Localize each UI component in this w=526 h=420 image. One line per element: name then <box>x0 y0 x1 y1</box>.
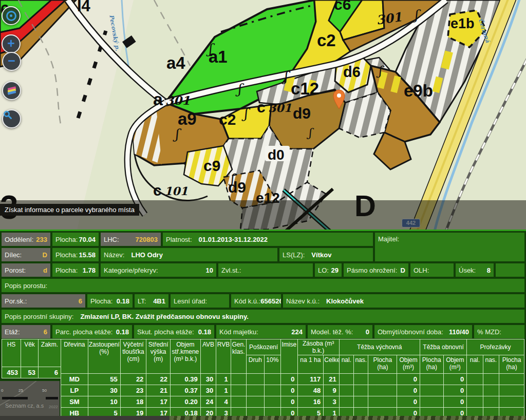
species-value-cell: 30 <box>200 385 216 396</box>
species-value-cell: 30 <box>200 374 216 385</box>
species-value-cell <box>483 396 499 408</box>
species-value-cell <box>467 396 483 408</box>
species-value-cell <box>420 396 443 408</box>
species-value-cell: 0 <box>397 396 420 408</box>
species-value-cell: 0.20 <box>171 396 201 408</box>
field-empty <box>496 263 524 277</box>
field-kod-majetku: Kód majetku:224 <box>216 325 306 338</box>
species-value-cell: 9 <box>324 385 339 396</box>
species-value-cell: 0.37 <box>171 385 201 396</box>
scale-tick: 0 <box>1 388 3 393</box>
attribution-text: Seznam cz, a.s <box>5 403 44 409</box>
field-plocha-oddeleni: Plocha:70.04 <box>52 233 99 246</box>
scale-tick: 25 <box>18 388 23 393</box>
plus-icon: + <box>7 37 15 50</box>
col-drevina: Dřevina <box>61 339 88 374</box>
species-value-cell <box>264 396 280 408</box>
field-mzd: % MZD: <box>474 325 524 338</box>
col-vek: Věk <box>21 339 39 367</box>
app-window: 6I4c6301e1bc2a4a1d6c12e9ba301a9c2c301d9d… <box>0 0 526 420</box>
zoom-in-button[interactable]: + <box>2 34 21 53</box>
locate-button[interactable] <box>2 6 21 25</box>
species-value-cell: 0 <box>443 396 467 408</box>
col-group-zasoba: Zásoba (m³ b.k.) <box>297 339 339 355</box>
species-value-cell <box>483 374 499 385</box>
col-nas-p: nas. <box>483 355 499 374</box>
species-value-cell <box>467 374 483 385</box>
species-value-cell: 0 <box>397 374 420 385</box>
map-svg <box>0 0 526 230</box>
layers-button[interactable] <box>2 81 21 100</box>
species-value-cell: 1 <box>216 374 231 385</box>
species-value-cell: 0 <box>443 385 467 396</box>
layers-icon <box>8 88 16 93</box>
species-value-cell: 18 <box>120 396 146 408</box>
species-value-cell <box>499 396 524 408</box>
col-vycetni: Výčetní tloušťka (cm) <box>120 339 146 374</box>
col-druh: Druh <box>247 355 264 374</box>
species-value-cell <box>247 374 264 385</box>
stand-summary-table: HS Věk Zakm. 453 53 6 <box>2 339 61 378</box>
field-etaz: Etáž:6 <box>2 325 50 338</box>
col-zastoupeni: Zastoupení (%) <box>88 339 120 374</box>
stand-summary-row: 453 53 6 <box>2 367 61 378</box>
field-porsk: Por.sk.:6 <box>2 294 85 308</box>
species-value-cell <box>354 396 368 408</box>
species-value-cell: 0 <box>281 374 297 385</box>
bottom-strip-aerial <box>170 416 526 420</box>
field-lo: LO:29 <box>315 263 342 277</box>
target-icon <box>6 11 16 21</box>
field-plocha-dilec: Plocha:15.58 <box>52 248 99 261</box>
map-canvas[interactable]: 6I4c6301e1bc2a4a1d6c12e9ba301a9c2c301d9d… <box>0 0 526 230</box>
field-popis-skupiny: Popis porostní skupiny:Zmlazení LP, BK. … <box>2 310 524 323</box>
species-value-cell <box>247 396 264 408</box>
col-rvb: RVB <box>216 339 231 374</box>
species-value-cell <box>339 385 353 396</box>
field-porost: Porost:d <box>2 263 50 277</box>
field-dilec: Dílec:D <box>2 248 50 261</box>
zoom-out-button[interactable]: − <box>2 52 21 71</box>
species-value-cell: 1 <box>216 385 231 396</box>
species-value-cell: 0 <box>397 385 420 396</box>
bottom-strip-dark <box>0 416 170 420</box>
species-value-cell: 16 <box>297 396 324 408</box>
species-value-cell: 24 <box>200 396 216 408</box>
col-group-tezba-vychovna: Těžba výchovná <box>339 339 420 355</box>
species-value-cell: 30 <box>88 385 120 396</box>
col-gen-klas: Gen. klas. <box>231 339 246 374</box>
minus-icon: − <box>8 54 15 67</box>
species-value-cell <box>483 385 499 396</box>
field-platnost: Platnost:01.01.2013-31.12.2022 <box>163 233 373 246</box>
scale-bar <box>46 397 58 399</box>
col-group-poskozeni: Poškození <box>247 339 281 355</box>
species-value-cell: 117 <box>297 374 324 385</box>
species-value-cell <box>368 374 397 385</box>
hs-value: 453 <box>2 367 21 378</box>
species-value-cell: 55 <box>88 374 120 385</box>
col-10pct: 10% <box>264 355 280 374</box>
species-name-cell: MD <box>61 374 88 385</box>
species-value-cell <box>420 374 443 385</box>
field-lhc: LHC:720803 <box>101 233 161 246</box>
col-group-prorezavky: Prořezávky <box>467 339 524 355</box>
species-value-cell <box>499 374 524 385</box>
field-kod-ku: Kód k.ú.:656526 <box>231 294 281 308</box>
field-plocha-porsk: Plocha:0.18 <box>87 294 133 308</box>
species-value-cell: 0.39 <box>171 374 201 385</box>
species-value-cell: 48 <box>297 385 324 396</box>
species-table: Dřevina Zastoupení (%) Výčetní tloušťka … <box>61 339 524 419</box>
col-zakm: Zakm. <box>39 339 61 367</box>
col-avb: AVB <box>200 339 216 374</box>
field-lesni-urad: Lesní úřad: <box>171 294 229 308</box>
field-obmyti: Obmýtí/obnovní doba:110/40 <box>374 325 472 338</box>
field-zvlst: Zvl.st.: <box>218 263 313 277</box>
species-value-cell: 21 <box>324 374 339 385</box>
col-plocha-v: Plocha (ha) <box>368 355 397 374</box>
col-plocha-p: Plocha (ha) <box>499 355 524 374</box>
field-nazev-ku: Název k.ú.:Klokočůvek <box>283 294 524 308</box>
field-parc-plocha-etaze: Parc. plocha etáže:0.18 <box>52 325 132 338</box>
species-value-cell: 10 <box>88 396 120 408</box>
search-button[interactable] <box>2 109 21 128</box>
species-row: LP3023210.37301048900 <box>61 385 524 396</box>
col-nal-p: nal. <box>467 355 483 374</box>
